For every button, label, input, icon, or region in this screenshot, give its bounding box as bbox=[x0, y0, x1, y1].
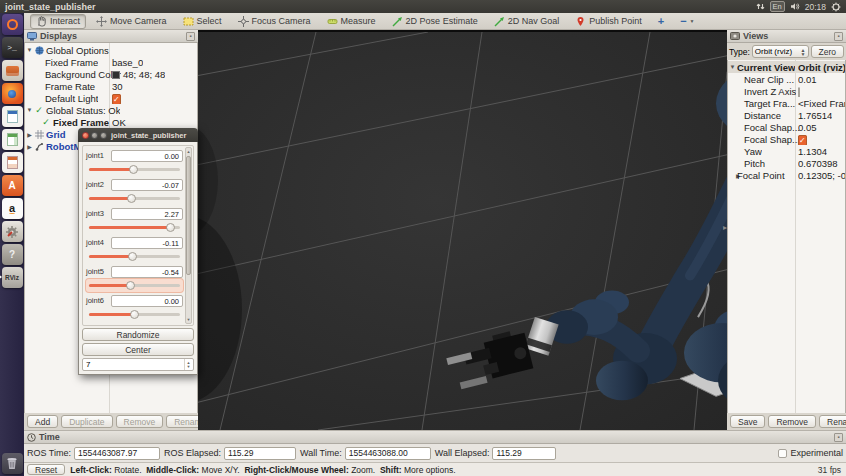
expander-icon[interactable]: ▶ bbox=[25, 143, 34, 150]
tree-row-background-color[interactable]: Background Color 48; 48; 48 bbox=[25, 68, 197, 80]
joint1-slider[interactable] bbox=[86, 163, 183, 176]
center-button[interactable]: Center bbox=[82, 343, 194, 356]
tree-row-focal-shape-size[interactable]: Focal Shap... 0.05 bbox=[728, 121, 845, 133]
add-tool-button[interactable]: + bbox=[652, 13, 670, 29]
tree-row-current-view[interactable]: ▼ Current View Orbit (rviz) bbox=[728, 61, 845, 73]
jsp-scrollbar[interactable]: ▲ ▼ bbox=[185, 147, 192, 324]
property-value[interactable]: 30 bbox=[112, 81, 123, 92]
remove-display-button[interactable]: Remove bbox=[116, 415, 164, 428]
tree-row-default-light[interactable]: Default Light ✓ bbox=[25, 92, 197, 104]
tree-row-near-clip[interactable]: Near Clip ... 0.01 bbox=[728, 73, 845, 85]
joint-value-field[interactable]: -0.11 bbox=[111, 237, 183, 249]
tree-row-focal-point[interactable]: ▶ Focal Point 0.12305; -0.3593... bbox=[728, 169, 845, 181]
window-maximize-button[interactable] bbox=[100, 132, 107, 139]
randomize-button[interactable]: Randomize bbox=[82, 328, 194, 341]
joint4-slider[interactable] bbox=[86, 250, 183, 263]
amazon-icon[interactable]: a bbox=[2, 198, 23, 219]
view-type-combo[interactable]: Orbit (rviz) ▲▼ bbox=[752, 45, 809, 58]
libreoffice-impress-icon[interactable] bbox=[2, 152, 23, 173]
tree-row-fixed-frame[interactable]: Fixed Frame base_0 bbox=[25, 56, 197, 68]
network-icon[interactable] bbox=[756, 2, 765, 11]
scroll-down-arrow[interactable]: ▼ bbox=[186, 316, 191, 323]
scroll-up-arrow[interactable]: ▲ bbox=[186, 148, 191, 155]
joint-value-field[interactable]: -0.54 bbox=[111, 266, 183, 278]
time-panel-header[interactable]: Time ▪ bbox=[24, 431, 846, 444]
panel-close-button[interactable]: ▪ bbox=[186, 32, 195, 41]
joint-state-publisher-window[interactable]: joint_state_publisher joint1 0.00 joint2… bbox=[78, 128, 198, 375]
expander-icon[interactable]: ▼ bbox=[25, 107, 34, 113]
checkbox-checked-icon[interactable]: ✓ bbox=[112, 94, 121, 104]
tree-row-invert-z[interactable]: Invert Z Axis bbox=[728, 85, 845, 97]
spinbox-arrows-icon[interactable]: ▲▼ bbox=[184, 359, 192, 370]
property-value[interactable]: 1.1304 bbox=[798, 146, 827, 157]
libreoffice-calc-icon[interactable] bbox=[2, 129, 23, 150]
move-camera-tool-button[interactable]: Move Camera bbox=[90, 14, 173, 29]
rename-view-button[interactable]: Rename bbox=[819, 415, 846, 428]
tree-row-yaw[interactable]: Yaw 1.1304 bbox=[728, 145, 845, 157]
nav-goal-tool-button[interactable]: 2D Nav Goal bbox=[488, 14, 566, 29]
jsp-titlebar[interactable]: joint_state_publisher bbox=[78, 128, 198, 142]
ros-elapsed-input[interactable] bbox=[224, 447, 296, 460]
tree-row-frame-rate[interactable]: Frame Rate 30 bbox=[25, 80, 197, 92]
add-display-button[interactable]: Add bbox=[27, 415, 58, 428]
property-value[interactable]: 48; 48; 48 bbox=[112, 69, 165, 80]
checkbox-unchecked-icon[interactable] bbox=[778, 449, 787, 458]
property-value[interactable]: base_0 bbox=[112, 57, 143, 68]
experimental-toggle[interactable]: Experimental bbox=[778, 448, 843, 458]
reset-button[interactable]: Reset bbox=[27, 464, 65, 475]
volume-icon[interactable] bbox=[790, 2, 800, 11]
remove-tool-button[interactable]: −▼ bbox=[674, 13, 700, 29]
dash-home-icon[interactable] bbox=[2, 14, 23, 35]
slider-thumb[interactable] bbox=[166, 223, 175, 232]
libreoffice-writer-icon[interactable] bbox=[2, 106, 23, 127]
joint3-slider[interactable] bbox=[86, 221, 183, 234]
property-value[interactable]: 0.01 bbox=[798, 74, 817, 85]
rviz-icon[interactable]: RViz bbox=[2, 267, 23, 288]
trash-icon[interactable] bbox=[2, 453, 23, 474]
firefox-icon[interactable] bbox=[2, 83, 23, 104]
publish-point-tool-button[interactable]: Publish Point bbox=[569, 14, 648, 29]
remove-view-button[interactable]: Remove bbox=[768, 415, 816, 428]
panel-close-button[interactable]: ▪ bbox=[834, 433, 843, 442]
slider-thumb[interactable] bbox=[130, 310, 139, 319]
tree-row-status-fixed-frame[interactable]: ✓ Fixed Frame OK bbox=[25, 116, 197, 128]
wall-elapsed-input[interactable] bbox=[492, 447, 556, 460]
window-minimize-button[interactable] bbox=[91, 132, 98, 139]
files-icon[interactable] bbox=[2, 60, 23, 81]
expander-icon[interactable]: ▶ bbox=[728, 172, 737, 179]
ros-time-input[interactable] bbox=[74, 447, 160, 460]
ubuntu-software-icon[interactable]: A bbox=[2, 175, 23, 196]
checkbox-unchecked-icon[interactable] bbox=[798, 87, 800, 97]
joint-value-field[interactable]: 0.00 bbox=[111, 150, 183, 162]
tree-row-focal-shape-fixed[interactable]: Focal Shap... ✓ bbox=[728, 133, 845, 145]
joint5-slider[interactable] bbox=[86, 279, 183, 292]
tree-row-global-options[interactable]: ▼ Global Options bbox=[25, 44, 197, 56]
joint-value-field[interactable]: 2.27 bbox=[111, 208, 183, 220]
property-value[interactable]: 0.05 bbox=[798, 122, 817, 133]
tree-row-distance[interactable]: Distance 1.76514 bbox=[728, 109, 845, 121]
property-value[interactable]: 0.670398 bbox=[798, 158, 838, 169]
panel-close-button[interactable]: ▪ bbox=[834, 32, 843, 41]
slider-thumb[interactable] bbox=[127, 194, 136, 203]
joint6-slider[interactable] bbox=[86, 308, 183, 321]
expander-icon[interactable]: ▶ bbox=[25, 131, 34, 138]
unknown-app-icon[interactable]: ? bbox=[2, 244, 23, 265]
session-gear-icon[interactable] bbox=[831, 2, 841, 12]
save-view-button[interactable]: Save bbox=[730, 415, 765, 428]
measure-tool-button[interactable]: Measure bbox=[321, 14, 382, 29]
focus-camera-tool-button[interactable]: Focus Camera bbox=[232, 14, 317, 29]
slider-thumb[interactable] bbox=[128, 252, 137, 261]
views-panel-header[interactable]: Views ▪ bbox=[727, 30, 846, 43]
joint-value-field[interactable]: -0.07 bbox=[111, 179, 183, 191]
pose-estimate-tool-button[interactable]: 2D Pose Estimate bbox=[386, 14, 484, 29]
keyboard-indicator[interactable]: En bbox=[770, 1, 785, 12]
select-tool-button[interactable]: Select bbox=[177, 14, 228, 29]
slider-thumb[interactable] bbox=[129, 165, 138, 174]
property-value[interactable]: <Fixed Frame> bbox=[798, 98, 846, 109]
duplicate-display-button[interactable]: Duplicate bbox=[61, 415, 112, 428]
interact-tool-button[interactable]: Interact bbox=[30, 14, 86, 29]
clock[interactable]: 20:18 bbox=[805, 2, 826, 12]
property-value[interactable]: 0.12305; -0.3593... bbox=[798, 170, 846, 181]
expander-icon[interactable]: ▼ bbox=[25, 47, 34, 53]
displays-panel-header[interactable]: Displays ▪ bbox=[24, 30, 198, 43]
